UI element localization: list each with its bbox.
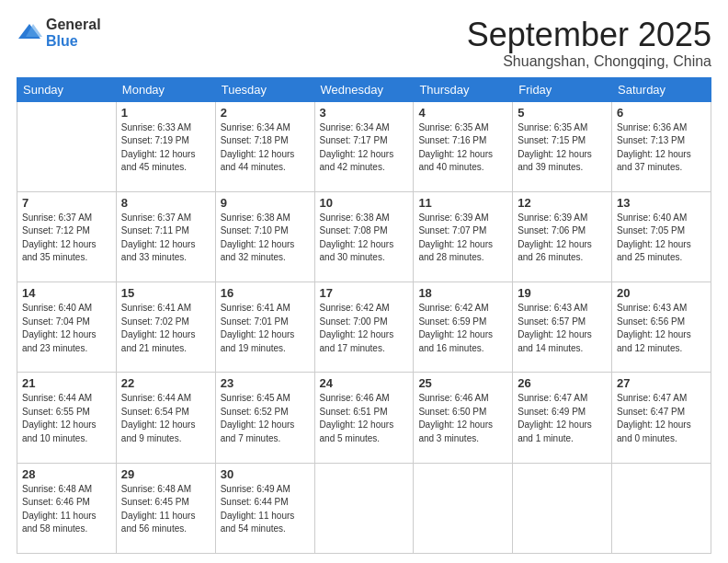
table-row: 26Sunrise: 6:47 AM Sunset: 6:49 PM Dayli… [513,373,612,463]
day-info: Sunrise: 6:41 AM Sunset: 7:01 PM Dayligh… [221,302,310,355]
day-info: Sunrise: 6:48 AM Sunset: 6:46 PM Dayligh… [22,483,111,536]
day-info: Sunrise: 6:35 AM Sunset: 7:15 PM Dayligh… [518,121,607,175]
header-monday: Monday [116,77,215,101]
table-row: 10Sunrise: 6:38 AM Sunset: 7:08 PM Dayli… [314,191,414,282]
day-info: Sunrise: 6:37 AM Sunset: 7:11 PM Dayligh… [121,212,210,265]
day-number: 7 [22,196,111,210]
table-row: 22Sunrise: 6:44 AM Sunset: 6:54 PM Dayli… [116,373,215,463]
table-row: 24Sunrise: 6:46 AM Sunset: 6:51 PM Dayli… [314,373,414,463]
table-row [17,101,117,191]
day-info: Sunrise: 6:46 AM Sunset: 6:50 PM Dayligh… [418,392,507,445]
day-number: 8 [121,196,210,210]
day-info: Sunrise: 6:43 AM Sunset: 6:56 PM Dayligh… [617,302,706,355]
calendar: Sunday Monday Tuesday Wednesday Thursday… [17,77,711,554]
day-info: Sunrise: 6:39 AM Sunset: 7:06 PM Dayligh… [518,212,607,265]
table-row: 6Sunrise: 6:36 AM Sunset: 7:13 PM Daylig… [612,101,711,191]
day-info: Sunrise: 6:37 AM Sunset: 7:12 PM Dayligh… [22,212,111,265]
table-row: 9Sunrise: 6:38 AM Sunset: 7:10 PM Daylig… [215,191,314,282]
day-number: 9 [221,196,310,210]
day-number: 23 [221,376,310,390]
header-thursday: Thursday [414,77,513,101]
day-number: 18 [418,286,507,300]
day-number: 3 [320,106,409,120]
table-row: 21Sunrise: 6:44 AM Sunset: 6:55 PM Dayli… [17,373,117,463]
table-row: 17Sunrise: 6:42 AM Sunset: 7:00 PM Dayli… [314,282,414,373]
table-row: 2Sunrise: 6:34 AM Sunset: 7:18 PM Daylig… [215,101,314,191]
header-wednesday: Wednesday [314,77,414,101]
day-number: 5 [518,106,607,120]
page: General Blue September 2025 Shuangshan, … [0,0,728,563]
table-row: 4Sunrise: 6:35 AM Sunset: 7:16 PM Daylig… [414,101,513,191]
day-number: 25 [418,376,507,390]
day-info: Sunrise: 6:42 AM Sunset: 6:59 PM Dayligh… [418,302,507,355]
table-row: 20Sunrise: 6:43 AM Sunset: 6:56 PM Dayli… [612,282,711,373]
table-row: 5Sunrise: 6:35 AM Sunset: 7:15 PM Daylig… [513,101,612,191]
table-row: 23Sunrise: 6:45 AM Sunset: 6:52 PM Dayli… [215,373,314,463]
day-number: 20 [617,286,706,300]
day-info: Sunrise: 6:47 AM Sunset: 6:49 PM Dayligh… [518,392,607,445]
table-row: 15Sunrise: 6:41 AM Sunset: 7:02 PM Dayli… [116,282,215,373]
table-row: 18Sunrise: 6:42 AM Sunset: 6:59 PM Dayli… [414,282,513,373]
logo-text: General Blue [46,17,101,49]
day-info: Sunrise: 6:33 AM Sunset: 7:19 PM Dayligh… [121,121,210,175]
table-row: 30Sunrise: 6:49 AM Sunset: 6:44 PM Dayli… [215,463,314,553]
table-row: 1Sunrise: 6:33 AM Sunset: 7:19 PM Daylig… [116,101,215,191]
header: General Blue September 2025 Shuangshan, … [17,17,711,70]
table-row: 8Sunrise: 6:37 AM Sunset: 7:11 PM Daylig… [116,191,215,282]
day-number: 14 [22,286,111,300]
day-info: Sunrise: 6:48 AM Sunset: 6:45 PM Dayligh… [121,483,210,536]
day-number: 17 [320,286,409,300]
table-row: 7Sunrise: 6:37 AM Sunset: 7:12 PM Daylig… [17,191,117,282]
table-row [513,463,612,553]
day-info: Sunrise: 6:46 AM Sunset: 6:51 PM Dayligh… [320,392,409,445]
table-row: 12Sunrise: 6:39 AM Sunset: 7:06 PM Dayli… [513,191,612,282]
day-info: Sunrise: 6:43 AM Sunset: 6:57 PM Dayligh… [518,302,607,355]
day-info: Sunrise: 6:42 AM Sunset: 7:00 PM Dayligh… [320,302,409,355]
table-row: 16Sunrise: 6:41 AM Sunset: 7:01 PM Dayli… [215,282,314,373]
day-number: 22 [121,376,210,390]
day-number: 10 [320,196,409,210]
day-info: Sunrise: 6:40 AM Sunset: 7:05 PM Dayligh… [617,212,706,265]
logo-icon [17,20,42,46]
day-number: 1 [121,106,210,120]
day-number: 27 [617,376,706,390]
day-info: Sunrise: 6:38 AM Sunset: 7:08 PM Dayligh… [320,212,409,265]
day-number: 26 [518,376,607,390]
table-row [314,463,414,553]
logo-general: General [46,17,101,33]
day-number: 12 [518,196,607,210]
logo: General Blue [17,17,101,49]
header-friday: Friday [513,77,612,101]
day-info: Sunrise: 6:41 AM Sunset: 7:02 PM Dayligh… [121,302,210,355]
day-info: Sunrise: 6:35 AM Sunset: 7:16 PM Dayligh… [418,121,507,175]
day-info: Sunrise: 6:45 AM Sunset: 6:52 PM Dayligh… [221,392,310,445]
day-number: 2 [221,106,310,120]
day-info: Sunrise: 6:34 AM Sunset: 7:18 PM Dayligh… [221,121,310,175]
day-info: Sunrise: 6:40 AM Sunset: 7:04 PM Dayligh… [22,302,111,355]
day-number: 6 [617,106,706,120]
day-number: 4 [418,106,507,120]
day-number: 16 [221,286,310,300]
header-tuesday: Tuesday [215,77,314,101]
day-info: Sunrise: 6:39 AM Sunset: 7:07 PM Dayligh… [418,212,507,265]
day-info: Sunrise: 6:34 AM Sunset: 7:17 PM Dayligh… [320,121,409,175]
table-row: 13Sunrise: 6:40 AM Sunset: 7:05 PM Dayli… [612,191,711,282]
day-info: Sunrise: 6:49 AM Sunset: 6:44 PM Dayligh… [221,483,310,536]
weekday-header-row: Sunday Monday Tuesday Wednesday Thursday… [17,77,711,101]
day-number: 28 [22,467,111,481]
table-row: 19Sunrise: 6:43 AM Sunset: 6:57 PM Dayli… [513,282,612,373]
day-number: 13 [617,196,706,210]
day-info: Sunrise: 6:38 AM Sunset: 7:10 PM Dayligh… [221,212,310,265]
location-title: Shuangshan, Chongqing, China [467,53,711,70]
day-number: 24 [320,376,409,390]
day-number: 19 [518,286,607,300]
table-row: 11Sunrise: 6:39 AM Sunset: 7:07 PM Dayli… [414,191,513,282]
table-row [612,463,711,553]
day-info: Sunrise: 6:44 AM Sunset: 6:54 PM Dayligh… [121,392,210,445]
table-row: 14Sunrise: 6:40 AM Sunset: 7:04 PM Dayli… [17,282,117,373]
day-info: Sunrise: 6:36 AM Sunset: 7:13 PM Dayligh… [617,121,706,175]
day-number: 30 [221,467,310,481]
header-saturday: Saturday [612,77,711,101]
day-number: 11 [418,196,507,210]
logo-blue: Blue [46,33,101,50]
